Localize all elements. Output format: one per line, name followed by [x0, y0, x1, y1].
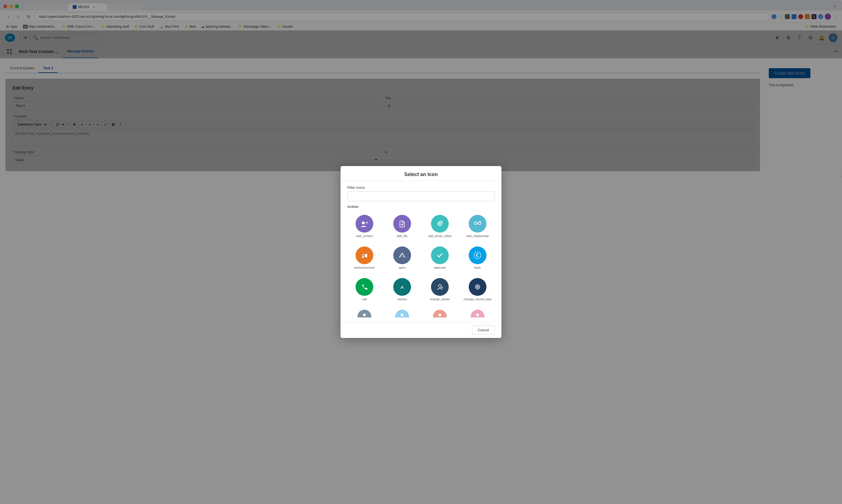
modal-overlay: Select an Icon Filter Icons Action add_c…	[0, 31, 842, 177]
modal-title: Select an Icon	[347, 172, 495, 177]
select-icon-modal: Select an Icon Filter Icons Action add_c…	[341, 166, 501, 177]
